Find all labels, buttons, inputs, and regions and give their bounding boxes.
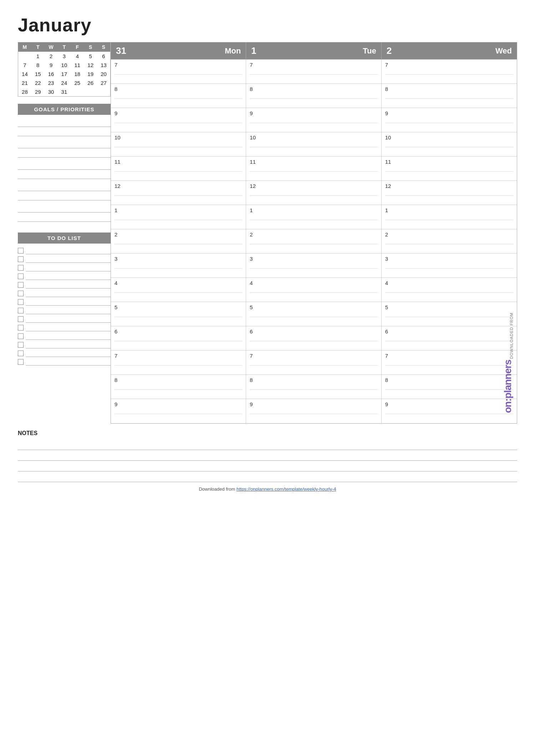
todo-checkbox[interactable] <box>18 299 24 305</box>
time-cell[interactable]: 5 <box>382 302 517 326</box>
time-cell[interactable]: 3 <box>246 254 381 277</box>
todo-line[interactable] <box>26 273 111 280</box>
cell-line <box>250 389 377 390</box>
time-cell[interactable]: 5 <box>111 302 246 326</box>
todo-checkbox[interactable] <box>18 248 24 254</box>
time-cell[interactable]: 10 <box>111 132 246 156</box>
time-cell[interactable]: 8 <box>111 375 246 399</box>
time-cell[interactable]: 6 <box>111 326 246 350</box>
todo-checkbox[interactable] <box>18 342 24 348</box>
cal-cell: 1 <box>31 52 45 61</box>
time-cell[interactable]: 9 <box>111 399 246 423</box>
todo-checkbox[interactable] <box>18 359 24 365</box>
time-cell[interactable]: 1 <box>246 205 381 229</box>
notes-line[interactable] <box>18 461 517 471</box>
time-cell[interactable]: 11 <box>246 157 381 180</box>
todo-line[interactable] <box>26 316 111 323</box>
todo-checkbox[interactable] <box>18 316 24 322</box>
todo-line[interactable] <box>26 256 111 263</box>
goals-line[interactable] <box>18 140 111 148</box>
notes-line[interactable] <box>18 439 517 450</box>
time-cell[interactable]: 9 <box>382 399 517 423</box>
time-row: 999 <box>111 108 517 132</box>
todo-checkbox[interactable] <box>18 274 24 279</box>
footer-url[interactable]: https://onplanners.com/template/weekly-h… <box>236 486 336 492</box>
time-cell[interactable]: 12 <box>382 181 517 205</box>
time-cell[interactable]: 4 <box>246 278 381 302</box>
cal-cell <box>18 52 31 61</box>
todo-checkbox[interactable] <box>18 291 24 296</box>
time-cell[interactable]: 6 <box>382 326 517 350</box>
todo-line[interactable] <box>26 333 111 340</box>
todo-checkbox[interactable] <box>18 333 24 339</box>
time-cell[interactable]: 8 <box>246 84 381 108</box>
goals-line[interactable] <box>18 170 111 179</box>
time-cell[interactable]: 8 <box>246 375 381 399</box>
notes-line[interactable] <box>18 450 517 461</box>
todo-checkbox[interactable] <box>18 256 24 262</box>
time-cell[interactable]: 9 <box>246 399 381 423</box>
time-cell[interactable]: 10 <box>246 132 381 156</box>
page-title: January <box>18 14 517 36</box>
time-cell[interactable]: 4 <box>111 278 246 302</box>
time-cell[interactable]: 2 <box>382 229 517 253</box>
todo-line[interactable] <box>26 341 111 348</box>
todo-checkbox[interactable] <box>18 282 24 288</box>
time-cell[interactable]: 7 <box>382 60 517 83</box>
time-row: 121212 <box>111 181 517 205</box>
goals-line[interactable] <box>18 204 111 213</box>
todo-line[interactable] <box>26 264 111 271</box>
goals-line[interactable] <box>18 128 111 136</box>
time-cell[interactable]: 12 <box>111 181 246 205</box>
time-cell[interactable]: 6 <box>246 326 381 350</box>
time-cell[interactable]: 12 <box>246 181 381 205</box>
cell-line <box>385 147 513 147</box>
time-cell[interactable]: 3 <box>382 254 517 277</box>
todo-line[interactable] <box>26 307 111 314</box>
todo-line[interactable] <box>26 324 111 331</box>
time-cell[interactable]: 2 <box>111 229 246 253</box>
time-cell[interactable]: 4 <box>382 278 517 302</box>
time-cell[interactable]: 7 <box>246 60 381 83</box>
time-cell[interactable]: 1 <box>111 205 246 229</box>
time-cell[interactable]: 7 <box>111 60 246 83</box>
todo-item <box>18 341 111 348</box>
todo-line[interactable] <box>26 247 111 254</box>
time-cell[interactable]: 5 <box>246 302 381 326</box>
time-cell[interactable]: 1 <box>382 205 517 229</box>
time-cell[interactable]: 7 <box>111 351 246 374</box>
time-cell[interactable]: 8 <box>382 84 517 108</box>
todo-checkbox[interactable] <box>18 325 24 331</box>
goals-line[interactable] <box>18 183 111 191</box>
time-cell[interactable]: 9 <box>246 108 381 132</box>
notes-line[interactable] <box>18 471 517 482</box>
todo-line[interactable] <box>26 281 111 288</box>
time-cell[interactable]: 8 <box>382 375 517 399</box>
goals-line[interactable] <box>18 161 111 170</box>
time-cell[interactable]: 7 <box>382 351 517 374</box>
time-cell[interactable]: 8 <box>111 84 246 108</box>
day-name: Mon <box>225 46 241 56</box>
todo-line[interactable] <box>26 358 111 366</box>
goals-line[interactable] <box>18 118 111 127</box>
cell-line <box>385 195 513 196</box>
time-cell[interactable]: 7 <box>246 351 381 374</box>
time-cell[interactable]: 10 <box>382 132 517 156</box>
time-cell[interactable]: 9 <box>382 108 517 132</box>
todo-checkbox[interactable] <box>18 351 24 356</box>
goals-line[interactable] <box>18 149 111 158</box>
time-cell[interactable]: 11 <box>382 157 517 180</box>
time-cell[interactable]: 11 <box>111 157 246 180</box>
todo-line[interactable] <box>26 298 111 306</box>
todo-line[interactable] <box>26 290 111 297</box>
goals-line[interactable] <box>18 213 111 222</box>
todo-checkbox[interactable] <box>18 308 24 313</box>
time-cell[interactable]: 9 <box>111 108 246 132</box>
time-row: 444 <box>111 278 517 302</box>
todo-line[interactable] <box>26 350 111 357</box>
time-cell[interactable]: 2 <box>246 229 381 253</box>
goals-line-group <box>18 183 111 201</box>
goals-line[interactable] <box>18 192 111 200</box>
time-cell[interactable]: 3 <box>111 254 246 277</box>
todo-checkbox[interactable] <box>18 265 24 271</box>
